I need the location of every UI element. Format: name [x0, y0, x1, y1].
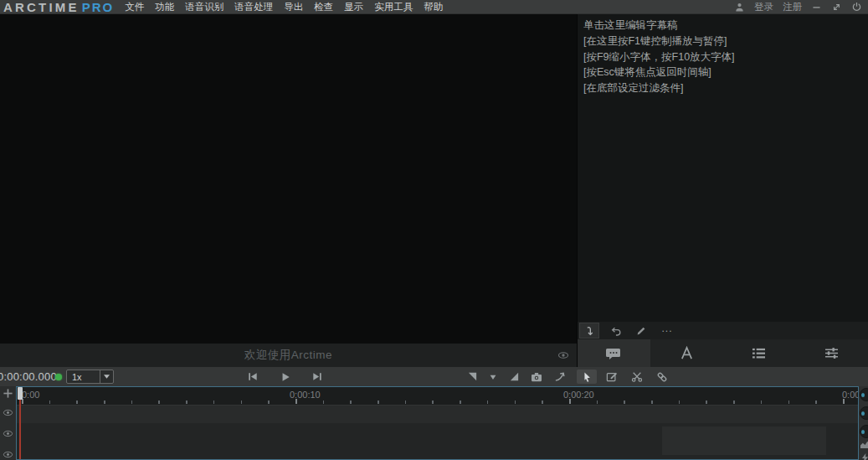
skip-start-button[interactable] [245, 370, 260, 384]
video-preview[interactable] [0, 14, 577, 344]
tab-filter-settings[interactable] [795, 339, 868, 367]
waveform-icon[interactable] [860, 440, 868, 449]
login-button[interactable]: 登录 [754, 1, 773, 13]
tab-font-style[interactable] [650, 339, 723, 367]
menu-tools[interactable]: 实用工具 [374, 1, 413, 13]
eye-icon[interactable] [0, 408, 16, 417]
subtitle-hint-text[interactable]: 单击这里编辑字幕稿 [在这里按F1键控制播放与暂停] [按F9缩小字体，按F10… [578, 14, 868, 96]
knob-icon[interactable] [860, 388, 868, 401]
minimize-button[interactable] [811, 2, 822, 13]
knob-icon[interactable] [860, 406, 868, 420]
menubar-right: 登录 注册 [734, 1, 862, 13]
playback-speed-select[interactable]: 1x [66, 370, 114, 384]
status-dot [55, 374, 62, 380]
eye-icon[interactable] [0, 429, 16, 438]
preview-status-bar: 欢迎使用Arctime [0, 344, 577, 367]
play-button[interactable] [278, 370, 293, 384]
skip-end-button[interactable] [310, 370, 325, 384]
timecode-display: 0:00:00.000 [0, 370, 57, 383]
menu-speech-processing[interactable]: 语音处理 [234, 1, 273, 13]
lightning-icon[interactable] [861, 453, 868, 460]
undo-icon[interactable] [605, 323, 625, 339]
power-button[interactable] [851, 2, 862, 13]
quick-create-icon[interactable] [552, 370, 567, 384]
editor-tabs [578, 339, 868, 367]
tab-subtitle-list[interactable] [723, 339, 796, 367]
timeline[interactable]: 0:00 0:00:10 0:00:20 0:00 [16, 386, 859, 460]
menu-check[interactable]: 检查 [314, 1, 333, 13]
hint-line: [按F9缩小字体，按F10放大字体] [583, 49, 863, 65]
tab-subtitles[interactable] [578, 339, 650, 367]
app-logo: ARCTIME PRO [3, 0, 114, 14]
playhead-handle[interactable] [18, 387, 23, 400]
link-icon[interactable] [655, 370, 670, 384]
eye-icon[interactable] [557, 350, 569, 360]
logo-pro: PRO [82, 0, 115, 14]
menu-speech-recognition[interactable]: 语音识别 [185, 1, 223, 13]
triangle-down-icon[interactable] [485, 370, 501, 384]
knob-icon[interactable] [860, 425, 868, 438]
add-track-button[interactable] [0, 388, 16, 399]
timeline-ghost-region [662, 426, 826, 455]
timeline-right-rail [859, 386, 868, 460]
triangle-corner-icon[interactable] [506, 370, 521, 384]
hint-line: [在底部设定过滤条件] [583, 80, 863, 96]
menu-file[interactable]: 文件 [125, 1, 144, 13]
welcome-text: 欢迎使用Arctime [244, 348, 332, 363]
menu-help[interactable]: 帮助 [424, 1, 443, 13]
dropdown-caret-icon [100, 374, 113, 380]
hint-line: [在这里按F1键控制播放与暂停] [583, 34, 863, 49]
menubar: ARCTIME PRO 文件 功能 语音识别 语音处理 导出 检查 显示 实用工… [0, 0, 868, 14]
hint-line: [按Esc键将焦点返回时间轴] [583, 65, 863, 80]
font-icon [680, 346, 694, 360]
register-button[interactable]: 注册 [783, 1, 802, 13]
sliders-icon [824, 347, 839, 359]
menu-export[interactable]: 导出 [284, 1, 303, 13]
ruler-ticks-major [22, 399, 858, 404]
camera-icon[interactable] [529, 370, 544, 384]
resize-button[interactable] [831, 2, 842, 13]
edit-tool-icon[interactable] [604, 370, 619, 384]
timeline-ruler[interactable]: 0:00 0:00:10 0:00:20 0:00 [17, 387, 858, 405]
more-icon[interactable]: ... [657, 323, 677, 339]
subtitle-editor-panel: 单击这里编辑字幕稿 [在这里按F1键控制播放与暂停] [按F9缩小字体，按F10… [577, 14, 868, 367]
menu-display[interactable]: 显示 [344, 1, 363, 13]
eye-icon[interactable] [0, 450, 16, 459]
list-icon [752, 347, 766, 359]
user-icon [734, 2, 745, 13]
timeline-track-gutter [0, 386, 16, 460]
logo-arctime: ARCTIME [3, 0, 80, 14]
speech-bubble-icon [606, 347, 621, 360]
flag-tool-icon[interactable] [465, 370, 480, 384]
cursor-tool-icon[interactable] [577, 370, 597, 384]
pencil-icon[interactable] [631, 323, 651, 339]
speed-value: 1x [67, 372, 100, 382]
menu-functions[interactable]: 功能 [155, 1, 174, 13]
transport-bar: 0:00:00.000 1x [0, 367, 868, 386]
hint-line: 单击这里编辑字幕稿 [583, 18, 863, 34]
editor-toolbar: ... [578, 322, 868, 339]
insert-down-button[interactable] [579, 323, 599, 339]
timeline-track-1[interactable] [17, 405, 858, 423]
menu-items: 文件 功能 语音识别 语音处理 导出 检查 显示 实用工具 帮助 [125, 1, 443, 13]
scissors-icon[interactable] [629, 370, 645, 384]
